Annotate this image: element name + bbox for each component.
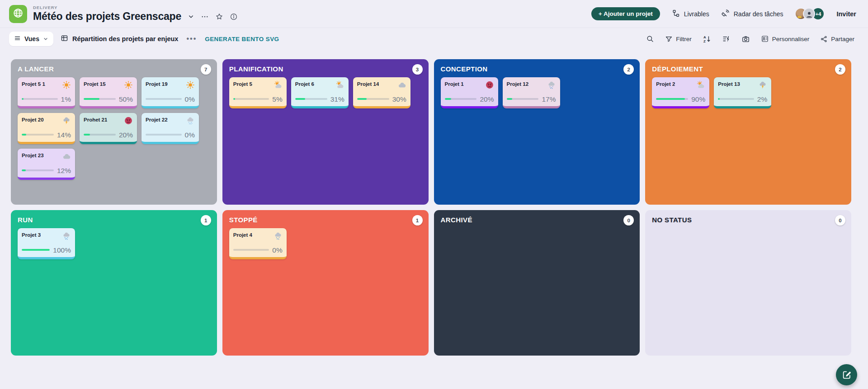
card-top-row: Prohet 21 xyxy=(84,116,133,127)
project-card-projet-4[interactable]: Projet 40% xyxy=(229,228,287,259)
project-title: Projet 6 xyxy=(295,80,314,87)
project-card-projet-22[interactable]: Projet 220% xyxy=(142,113,199,144)
info-icon[interactable] xyxy=(230,13,238,21)
column-cards: Projet 5 11%Projet 1550%Projet 190%Proje… xyxy=(18,77,210,180)
personalize-button[interactable]: Personnaliser xyxy=(761,35,810,43)
project-card-projet-13[interactable]: Projet 132% xyxy=(714,77,771,108)
svg-text:Z: Z xyxy=(703,39,706,43)
project-card-projet-2[interactable]: Projet 290% xyxy=(652,77,709,108)
project-card-projet-12[interactable]: Projet 1217% xyxy=(503,77,560,108)
project-card-projet-6[interactable]: Projet 631% xyxy=(291,77,349,108)
customize-card-icon xyxy=(761,35,769,43)
radar-icon xyxy=(721,9,730,19)
project-card-projet-15[interactable]: Projet 1550% xyxy=(80,77,137,108)
current-view-tab[interactable]: Répartition des projets par enjeux xyxy=(61,34,178,43)
column-title: STOPPÉ xyxy=(229,216,422,224)
card-top-row: Projet 5 xyxy=(233,80,283,91)
card-progress-row: 0% xyxy=(233,247,283,254)
column-stoppe: STOPPÉ1Projet 40% xyxy=(222,210,429,356)
views-dropdown[interactable]: Vues xyxy=(9,32,53,46)
column-count-badge: 2 xyxy=(835,64,845,75)
invite-button[interactable]: Inviter xyxy=(836,10,856,18)
radar-button[interactable]: Radar des tâches xyxy=(721,9,783,19)
project-title: Projet 5 1 xyxy=(22,80,45,87)
project-title: Projet 5 xyxy=(233,80,252,87)
view-more-icon[interactable]: ••• xyxy=(185,35,198,43)
search-button[interactable] xyxy=(646,35,654,43)
favorite-star-icon[interactable] xyxy=(215,13,223,21)
column-title: A LANCER xyxy=(18,65,210,73)
project-card-projet-20[interactable]: Projet 2014% xyxy=(18,113,75,144)
weather-sun-cloud-icon xyxy=(274,80,283,91)
column-planification: PLANIFICATION3Projet 55%Projet 631%Proje… xyxy=(222,59,429,205)
project-title: Projet 4 xyxy=(233,231,252,238)
progress-bar xyxy=(84,134,116,136)
card-top-row: Projet 20 xyxy=(22,116,71,127)
card-progress-row: 50% xyxy=(84,96,133,103)
progress-percent: 17% xyxy=(542,96,556,103)
header-right: + Ajouter un projet Livrables xyxy=(591,7,856,20)
project-card-projet-5-1[interactable]: Projet 5 11% xyxy=(18,77,75,108)
progress-percent: 20% xyxy=(119,131,133,139)
weather-sun-icon xyxy=(62,80,71,91)
card-top-row: Projet 1 xyxy=(445,80,494,91)
column-count-badge: 7 xyxy=(201,64,211,75)
column-archive: ARCHIVÉ0 xyxy=(434,210,640,356)
project-title: Projet 23 xyxy=(22,152,44,158)
progress-percent: 1% xyxy=(61,96,71,103)
card-progress-row: 0% xyxy=(146,131,195,139)
edit-fab-button[interactable] xyxy=(836,364,857,385)
card-top-row: Projet 19 xyxy=(146,80,195,91)
avatar-stack[interactable]: +4 xyxy=(795,7,825,20)
weather-sun-cloud-icon xyxy=(335,80,344,91)
filter-label: Filtrer xyxy=(676,36,692,42)
card-progress-row: 90% xyxy=(656,96,705,103)
column-count-badge: 0 xyxy=(623,215,634,225)
project-card-prohet-21[interactable]: Prohet 2120% xyxy=(80,113,137,144)
project-card-projet-19[interactable]: Projet 190% xyxy=(142,77,199,108)
progress-bar xyxy=(22,98,58,100)
workspace-logo[interactable] xyxy=(9,5,27,23)
project-card-projet-1[interactable]: Projet 120% xyxy=(441,77,498,108)
add-project-button[interactable]: + Ajouter un projet xyxy=(591,7,660,20)
generate-bento-button[interactable]: GENERATE BENTO SVG xyxy=(205,36,279,42)
weather-storm-icon xyxy=(758,80,767,91)
project-card-projet-3[interactable]: Projet 3100% xyxy=(18,228,75,259)
workspace-label: DELIVERY xyxy=(33,5,238,10)
app-window: DELIVERY Météo des projets Greenscape xyxy=(0,0,868,389)
project-title: Projet 22 xyxy=(146,116,168,122)
title-block: DELIVERY Météo des projets Greenscape xyxy=(33,5,238,23)
project-title: Projet 13 xyxy=(718,80,740,87)
card-top-row: Projet 5 1 xyxy=(22,80,71,91)
snapshot-button[interactable] xyxy=(741,35,750,43)
title-chevron-down-icon[interactable] xyxy=(188,13,194,20)
progress-fill xyxy=(718,98,720,100)
livrables-button[interactable]: Livrables xyxy=(672,9,709,19)
svg-text:A: A xyxy=(703,35,706,39)
globe-icon xyxy=(12,7,24,21)
progress-percent: 31% xyxy=(330,96,344,103)
filter-button[interactable]: Filtrer xyxy=(665,35,692,43)
weather-sun-cloud-icon xyxy=(696,80,705,91)
column-cards: Projet 120%Projet 1217% xyxy=(441,77,633,108)
project-title: Projet 1 xyxy=(445,80,464,87)
project-card-projet-5[interactable]: Projet 55% xyxy=(229,77,287,108)
card-top-row: Projet 3 xyxy=(22,231,71,242)
share-button[interactable]: Partager xyxy=(820,35,854,43)
column-count-badge: 0 xyxy=(835,215,845,225)
column-title: RUN xyxy=(18,216,210,224)
sort-button[interactable]: A Z xyxy=(703,35,711,43)
automation-button[interactable] xyxy=(722,35,731,43)
column-run: RUN1Projet 3100% xyxy=(11,210,217,356)
project-card-projet-23[interactable]: Projet 2312% xyxy=(18,149,75,180)
camera-icon xyxy=(741,35,750,43)
project-card-projet-14[interactable]: Projet 1430% xyxy=(353,77,410,108)
progress-percent: 12% xyxy=(57,167,71,174)
project-title: Projet 12 xyxy=(507,80,529,87)
progress-fill xyxy=(507,98,512,100)
progress-fill xyxy=(22,249,50,251)
title-more-icon[interactable] xyxy=(201,13,209,21)
card-progress-row: 5% xyxy=(233,96,283,103)
progress-bar xyxy=(507,98,539,100)
search-icon xyxy=(646,35,654,43)
